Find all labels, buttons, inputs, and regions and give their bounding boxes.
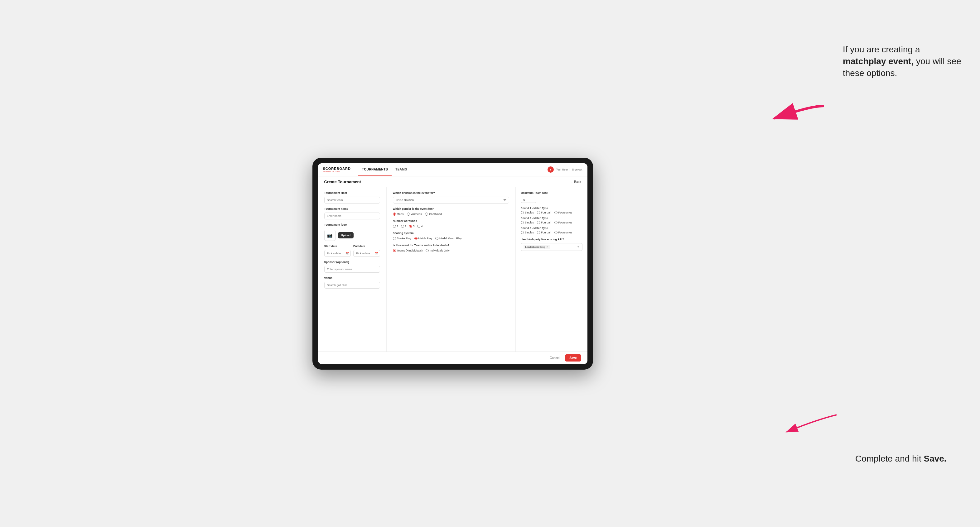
end-date-label: End date xyxy=(353,244,380,248)
gender-mens[interactable]: Mens xyxy=(393,213,404,216)
third-party-label: Use third-party live scoring API? xyxy=(521,238,582,241)
round2-singles[interactable]: Singles xyxy=(521,221,534,224)
end-date-wrap: 📅 xyxy=(353,250,380,257)
tablet-frame: SCOREBOARD Powered by clippt TOURNAMENTS… xyxy=(312,158,593,370)
save-arrow xyxy=(780,412,843,437)
scoring-label: Scoring system xyxy=(393,232,509,235)
third-party-select[interactable]: Leaderboard King ✕ ▼ xyxy=(521,243,582,251)
round2-match-type: Round 2 - Match Type Singles Fourball xyxy=(521,217,582,224)
tournament-host-input[interactable] xyxy=(324,197,380,203)
rounds-radio-group: 1 2 3 4 xyxy=(393,225,509,228)
venue-label: Venue xyxy=(324,276,380,279)
save-annotation: Complete and hit Save. xyxy=(855,453,961,465)
third-party-group: Use third-party live scoring API? Leader… xyxy=(521,238,582,251)
start-date-group: Start date 📅 xyxy=(324,244,351,257)
round3-singles[interactable]: Singles xyxy=(521,231,534,234)
tournament-name-input[interactable] xyxy=(324,213,380,219)
gender-group: Which gender is the event for? Mens Wome… xyxy=(393,207,509,216)
page-title: Create Tournament xyxy=(324,179,361,184)
gender-womens[interactable]: Womens xyxy=(407,213,422,216)
end-date-group: End date 📅 xyxy=(353,244,380,257)
teams-group: Is this event for Teams and/or Individua… xyxy=(393,244,509,252)
round2-foursomes[interactable]: Foursomes xyxy=(554,221,573,224)
tournament-host-group: Tournament Host xyxy=(324,191,380,203)
page-content: Create Tournament ← Back Tournament Host… xyxy=(318,176,587,364)
start-date-wrap: 📅 xyxy=(324,250,351,257)
round2-label: Round 2 - Match Type xyxy=(521,217,582,220)
round1-singles[interactable]: Singles xyxy=(521,211,534,214)
max-team-size-input[interactable] xyxy=(521,197,536,203)
tournament-host-label: Tournament Host xyxy=(324,191,380,194)
gender-radio-group: Mens Womens Combined xyxy=(393,213,509,216)
tag-close-icon[interactable]: ✕ xyxy=(546,246,549,248)
venue-input[interactable] xyxy=(324,282,380,289)
tournament-name-label: Tournament name xyxy=(324,207,380,210)
matchplay-arrow xyxy=(768,103,830,128)
teams-option[interactable]: Teams (+Individuals) xyxy=(393,249,423,252)
round3-match-type: Round 3 - Match Type Singles Fourball xyxy=(521,227,582,234)
round1-foursomes[interactable]: Foursomes xyxy=(554,211,573,214)
tab-teams[interactable]: TEAMS xyxy=(391,163,411,176)
scoring-radio-group: Stroke Play Match Play Medal Match Play xyxy=(393,237,509,240)
logo-title: SCOREBOARD xyxy=(323,167,351,170)
tournament-logo-group: Tournament logo 📷 Upload xyxy=(324,223,380,241)
round2-options: Singles Fourball Foursomes xyxy=(521,221,582,224)
rounds-label: Number of rounds xyxy=(393,219,509,222)
teams-label: Is this event for Teams and/or Individua… xyxy=(393,244,509,247)
form-middle: Which division is the event for? NCAA Di… xyxy=(387,187,516,352)
scoring-medal-match[interactable]: Medal Match Play xyxy=(435,237,462,240)
app-logo: SCOREBOARD Powered by clippt xyxy=(323,167,351,172)
division-label: Which division is the event for? xyxy=(393,191,509,194)
round1-match-type: Round 1 - Match Type Singles Fourball xyxy=(521,206,582,214)
round2-fourball[interactable]: Fourball xyxy=(537,221,551,224)
matchplay-annotation: If you are creating a matchplay event, y… xyxy=(843,44,961,79)
form-footer: Cancel Save xyxy=(318,352,587,364)
tournament-name-group: Tournament name xyxy=(324,207,380,219)
round-4[interactable]: 4 xyxy=(417,225,423,228)
max-team-size-label: Maximum Team Size xyxy=(521,191,582,194)
logo-placeholder-icon: 📷 xyxy=(324,230,336,241)
round1-options: Singles Fourball Foursomes xyxy=(521,211,582,214)
sponsor-group: Sponsor (optional) xyxy=(324,260,380,273)
form-left: Tournament Host Tournament name Tourname… xyxy=(318,187,387,352)
scoring-group: Scoring system Stroke Play Match Play xyxy=(393,232,509,240)
tab-tournaments[interactable]: TOURNAMENTS xyxy=(358,163,391,176)
form-right: Maximum Team Size Round 1 - Match Type S… xyxy=(516,187,587,352)
gender-label: Which gender is the event for? xyxy=(393,207,509,210)
avatar: T xyxy=(547,167,554,173)
form-area: Tournament Host Tournament name Tourname… xyxy=(318,187,587,352)
round3-label: Round 3 - Match Type xyxy=(521,227,582,230)
scoring-stroke-play[interactable]: Stroke Play xyxy=(393,237,411,240)
back-button[interactable]: ← Back xyxy=(570,180,581,184)
sponsor-label: Sponsor (optional) xyxy=(324,260,380,264)
date-row: Start date 📅 End date 📅 xyxy=(324,244,380,257)
division-select[interactable]: NCAA Division I xyxy=(393,197,509,203)
sponsor-input[interactable] xyxy=(324,266,380,273)
individuals-option[interactable]: Individuals Only xyxy=(426,249,450,252)
sign-out-link[interactable]: Sign out xyxy=(572,168,582,171)
round3-fourball[interactable]: Fourball xyxy=(537,231,551,234)
calendar-icon-end: 📅 xyxy=(375,252,378,255)
cancel-button[interactable]: Cancel xyxy=(547,355,563,361)
gender-combined[interactable]: Combined xyxy=(425,213,442,216)
teams-radio-group: Teams (+Individuals) Individuals Only xyxy=(393,249,509,252)
max-team-size-group: Maximum Team Size xyxy=(521,191,582,203)
start-date-label: Start date xyxy=(324,244,351,248)
round-2[interactable]: 2 xyxy=(401,225,407,228)
nav-tabs: TOURNAMENTS TEAMS xyxy=(358,163,411,176)
round3-options: Singles Fourball Foursomes xyxy=(521,231,582,234)
scoring-match-play[interactable]: Match Play xyxy=(414,237,433,240)
round-1[interactable]: 1 xyxy=(393,225,398,228)
round1-fourball[interactable]: Fourball xyxy=(537,211,551,214)
user-label: Test User | xyxy=(556,168,570,171)
tournament-logo-label: Tournament logo xyxy=(324,223,380,226)
calendar-icon: 📅 xyxy=(345,252,349,255)
save-button[interactable]: Save xyxy=(565,354,581,362)
logo-upload-area: 📷 Upload xyxy=(324,230,380,241)
round3-foursomes[interactable]: Foursomes xyxy=(554,231,573,234)
round-3[interactable]: 3 xyxy=(409,225,415,228)
round1-label: Round 1 - Match Type xyxy=(521,206,582,210)
navbar: SCOREBOARD Powered by clippt TOURNAMENTS… xyxy=(318,163,587,176)
match-type-row: Round 1 - Match Type Singles Fourball xyxy=(521,206,582,234)
upload-button[interactable]: Upload xyxy=(338,232,354,238)
